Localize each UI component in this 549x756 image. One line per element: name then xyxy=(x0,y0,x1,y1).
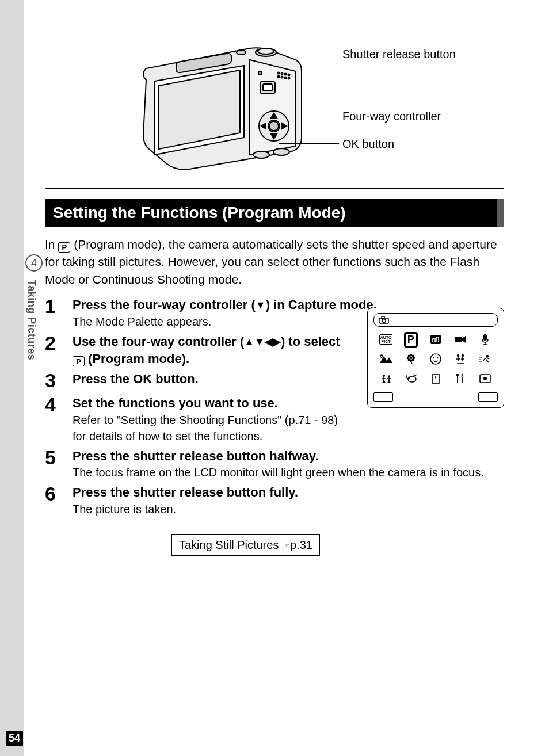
mode-palette-screen: AUTOPICT P xyxy=(367,308,504,408)
svg-point-37 xyxy=(437,357,439,359)
step-title: Press the shutter release button halfway… xyxy=(73,448,504,465)
svg-point-36 xyxy=(433,357,435,359)
page-number: 54 xyxy=(6,731,23,746)
svg-point-9 xyxy=(237,50,246,55)
sport-icon xyxy=(475,351,495,367)
svg-point-2 xyxy=(269,121,279,131)
step-number: 1 xyxy=(45,296,73,330)
svg-point-18 xyxy=(258,71,262,75)
svg-point-11 xyxy=(281,73,283,75)
svg-point-14 xyxy=(278,76,280,78)
intro-suffix: (Program mode), the camera automatically… xyxy=(45,238,497,286)
camera-icon xyxy=(379,316,389,324)
svg-point-44 xyxy=(409,377,410,379)
program-mode-icon: P xyxy=(73,356,85,366)
step-number: 4 xyxy=(45,395,73,444)
candlelight-icon xyxy=(425,371,445,387)
svg-point-32 xyxy=(411,355,414,357)
pointing-hand-icon: ☞ xyxy=(282,541,290,551)
camera-diagram: Shutter release button Four-way controll… xyxy=(45,29,504,189)
svg-point-43 xyxy=(408,376,416,382)
callout-line xyxy=(279,143,339,144)
svg-rect-4 xyxy=(263,84,272,91)
surf-snow-icon xyxy=(451,351,471,367)
svg-point-34 xyxy=(411,359,414,361)
section-heading: Setting the Functions (Program Mode) xyxy=(45,199,504,227)
svg-point-10 xyxy=(278,72,280,74)
callout-shutter: Shutter release button xyxy=(342,48,456,61)
svg-point-38 xyxy=(457,354,459,357)
step-title: Press the shutter release button fully. xyxy=(73,484,504,501)
step-number: 3 xyxy=(45,371,73,391)
svg-point-25 xyxy=(380,355,383,357)
svg-point-39 xyxy=(462,354,464,357)
ref-page: p.31 xyxy=(290,539,312,551)
step-number: 5 xyxy=(45,448,73,481)
svg-point-15 xyxy=(281,77,283,78)
step-title: Set the functions you want to use. xyxy=(73,395,349,412)
svg-point-8 xyxy=(258,48,274,54)
step-number: 6 xyxy=(45,484,73,517)
left-margin-strip xyxy=(0,0,24,756)
movie-icon xyxy=(451,331,471,348)
down-arrow-icon: ▼ xyxy=(256,299,266,311)
program-mode-selected: P xyxy=(401,331,421,348)
flower-icon xyxy=(401,351,421,367)
svg-point-26 xyxy=(409,357,412,360)
kids-icon xyxy=(376,371,396,387)
step-number: 2 xyxy=(45,333,73,367)
landscape-icon xyxy=(376,351,396,367)
svg-rect-22 xyxy=(430,335,441,344)
chapter-label: Taking Pictures xyxy=(25,280,37,360)
palette-left-indicator xyxy=(373,392,393,402)
ref-text: Taking Still Pictures xyxy=(179,539,282,551)
cross-reference-box: Taking Still Pictures ☞p.31 xyxy=(171,534,320,556)
frame-icon xyxy=(475,371,495,387)
intro-paragraph: In P (Program mode), the camera automati… xyxy=(45,236,504,288)
svg-point-35 xyxy=(430,354,441,364)
food-icon xyxy=(451,371,471,387)
svg-point-13 xyxy=(288,74,290,76)
portrait-icon xyxy=(425,351,445,367)
step-5: 5 Press the shutter release button halfw… xyxy=(45,448,504,481)
callout-line xyxy=(287,116,339,116)
camera-illustration xyxy=(129,40,319,178)
sidebar-chapter-tab: 4 Taking Pictures xyxy=(25,254,44,360)
callout-ok: OK button xyxy=(342,138,394,151)
voice-icon xyxy=(475,331,495,348)
svg-rect-24 xyxy=(483,334,487,341)
step-title: Use the four-way controller (▲▼◀▶) to se… xyxy=(73,333,349,367)
pet-icon xyxy=(401,371,421,387)
palette-footer xyxy=(373,392,498,402)
svg-point-42 xyxy=(388,375,390,377)
callout-fourway: Four-way controller xyxy=(342,110,441,123)
svg-point-33 xyxy=(407,359,410,361)
four-arrows-icon: ▲▼◀▶ xyxy=(244,336,281,348)
svg-point-17 xyxy=(288,78,290,79)
step-desc: The focus frame on the LCD monitor will … xyxy=(73,464,504,480)
svg-point-5 xyxy=(253,151,269,158)
svg-point-6 xyxy=(273,148,289,155)
svg-point-21 xyxy=(382,319,386,323)
svg-rect-23 xyxy=(455,337,462,342)
svg-rect-20 xyxy=(382,316,384,319)
palette-right-indicator xyxy=(478,392,498,402)
palette-grid: AUTOPICT P xyxy=(373,331,498,387)
callout-line xyxy=(273,54,339,54)
intro-prefix: In xyxy=(45,238,58,251)
chapter-number: 4 xyxy=(31,257,37,269)
step-6: 6 Press the shutter release button fully… xyxy=(45,484,504,517)
svg-point-16 xyxy=(285,77,287,79)
svg-point-12 xyxy=(285,74,287,75)
program-mode-icon: P xyxy=(58,242,70,253)
svg-point-31 xyxy=(407,355,410,357)
auto-pict-icon: AUTOPICT xyxy=(376,331,396,348)
svg-point-41 xyxy=(383,375,385,377)
svg-point-40 xyxy=(486,355,489,357)
step-desc: The picture is taken. xyxy=(73,501,504,517)
step-desc: Refer to "Setting the Shooting Functions… xyxy=(73,412,349,444)
night-scene-icon xyxy=(425,331,445,348)
chapter-number-circle: 4 xyxy=(25,254,43,272)
palette-status-bar xyxy=(373,313,498,327)
